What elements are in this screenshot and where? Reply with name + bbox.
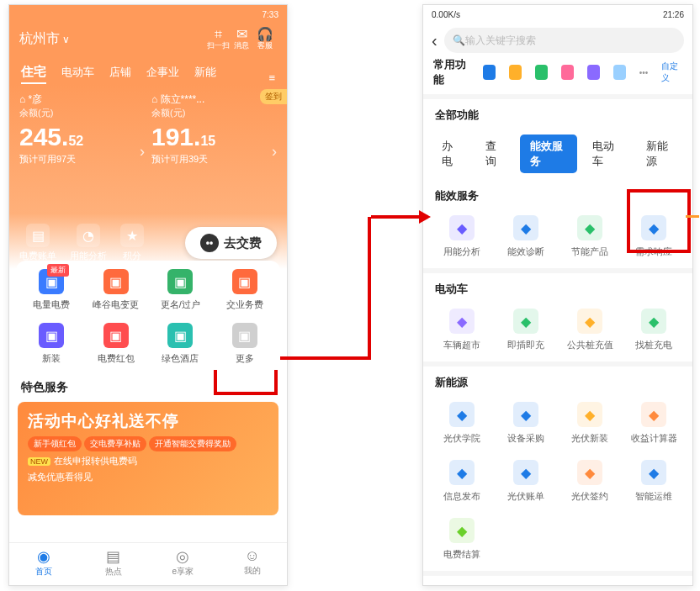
points-button[interactable]: ★积分	[120, 224, 144, 262]
phone-home: 7:33 杭州市 ⌗扫一扫 ✉消息 🎧客服 住宅 电动车 店铺 企事业 新能 ≡…	[8, 4, 288, 586]
quick-actions: ▤电费账单 ◔用能分析 ★积分 ••去交费	[9, 224, 287, 262]
func-item[interactable]: ◆信息发布	[430, 460, 494, 503]
nav-home[interactable]: ◉首页	[9, 543, 79, 585]
status-bar: 7:33	[9, 5, 287, 24]
all-func-title: 全部功能	[423, 99, 692, 128]
tab-ev[interactable]: 电动车	[61, 65, 94, 84]
status-bar: 0.00K/s21:26	[423, 5, 692, 24]
arrow-segment	[274, 356, 371, 360]
status-time: 7:33	[262, 10, 278, 19]
grid-item[interactable]: 最新▣电量电费	[19, 269, 84, 311]
support-icon[interactable]: 🎧客服	[253, 27, 277, 50]
func-item[interactable]: ◆收益计算器	[622, 402, 686, 445]
func-item[interactable]: ◆用能分析	[430, 215, 494, 258]
tab-biz[interactable]: 企事业	[146, 65, 179, 84]
tab-new-energy[interactable]: 新能源	[636, 135, 684, 173]
section-title: 能效服务	[423, 180, 692, 208]
category-tabs: 住宅 电动车 店铺 企事业 新能 ≡	[9, 54, 287, 84]
header: 杭州市 ⌗扫一扫 ✉消息 🎧客服	[9, 24, 287, 54]
func-item[interactable]: ◆光伏新装	[558, 402, 622, 445]
grid-item[interactable]: ▣交业务费	[213, 269, 278, 311]
func-tabs: 办电 查询 能效服务 电动车 新能源	[423, 128, 692, 180]
grid-item[interactable]: ▣绿色酒店	[148, 323, 213, 365]
fav-icon[interactable]	[587, 65, 600, 80]
fav-icon[interactable]	[483, 65, 496, 80]
fav-icon[interactable]	[535, 65, 548, 80]
messages-icon[interactable]: ✉消息	[230, 27, 253, 50]
tab-home[interactable]: 住宅	[21, 64, 46, 84]
back-icon[interactable]: ‹	[432, 31, 438, 50]
grid-item[interactable]: ▣更名/过户	[148, 269, 213, 311]
fav-label: 常用功能	[433, 57, 469, 87]
chevron-right-icon: ›	[140, 143, 145, 161]
func-item[interactable]: ◆能效诊断	[494, 215, 558, 258]
search-row: ‹ 🔍 输入关键字搜索	[423, 24, 692, 57]
tab-shop[interactable]: 店铺	[109, 65, 131, 84]
phone-all-functions: 0.00K/s21:26 ‹ 🔍 输入关键字搜索 常用功能 ••• 自定义 全部…	[422, 4, 693, 586]
tab-apply[interactable]: 办电	[432, 135, 470, 173]
func-item[interactable]: ◆公共桩充值	[558, 309, 622, 351]
section-title: 特色服务	[9, 370, 287, 402]
func-item[interactable]: ◆即插即充	[494, 309, 558, 351]
fav-icon[interactable]	[561, 65, 574, 80]
tab-ev[interactable]: 电动车	[582, 135, 630, 173]
account-card-2[interactable]: ⌂ 陈立****... 余额(元) 191.15 预计可用39天 ›	[151, 92, 277, 193]
func-grid: ◆用能分析◆能效诊断◆节能产品◆需求响应	[423, 208, 692, 268]
func-item[interactable]: ◆需求响应	[622, 215, 686, 258]
grid-item[interactable]: ▣电费红包	[84, 323, 149, 365]
nav-e[interactable]: ◎e享家	[148, 543, 218, 585]
func-grid: ◆车辆超市◆即插即充◆公共桩充值◆找桩充电	[423, 302, 692, 361]
arrow-segment	[368, 217, 371, 360]
scan-icon[interactable]: ⌗扫一扫	[206, 27, 230, 50]
arrow-segment	[371, 215, 426, 219]
tab-query[interactable]: 查询	[475, 135, 514, 173]
section-title: 电动车	[423, 273, 692, 302]
search-input[interactable]: 🔍 输入关键字搜索	[444, 28, 684, 53]
grid-item[interactable]: ▣更多	[213, 323, 278, 365]
favorites-row: 常用功能 ••• 自定义	[423, 57, 692, 94]
service-grid: 最新▣电量电费▣峰谷电变更▣更名/过户▣交业务费▣新装▣电费红包▣绿色酒店▣更多	[16, 261, 280, 370]
nav-me[interactable]: ☺我的	[218, 543, 288, 585]
func-grid: ◆光伏学院◆设备采购◆光伏新装◆收益计算器◆信息发布◆光伏账单◆光伏签约◆智能运…	[423, 395, 692, 571]
func-item[interactable]: ◆光伏学院	[430, 402, 494, 445]
nav-hot[interactable]: ▤热点	[79, 543, 149, 585]
func-item[interactable]: ◆找桩充电	[622, 309, 686, 351]
city-selector[interactable]: 杭州市	[19, 30, 70, 48]
func-item[interactable]: ◆智能运维	[622, 460, 686, 503]
chevron-right-icon: ›	[272, 143, 277, 161]
func-item[interactable]: ◆光伏签约	[558, 460, 622, 503]
func-item[interactable]: ◆电费结算	[430, 518, 494, 561]
func-item[interactable]: ◆设备采购	[494, 402, 558, 445]
pay-button[interactable]: ••去交费	[185, 227, 277, 259]
analysis-button[interactable]: ◔用能分析	[70, 224, 107, 262]
account-card-1[interactable]: ⌂ *彦 余额(元) 245.52 预计可用97天 ›	[19, 92, 145, 193]
fav-icon[interactable]	[613, 65, 626, 80]
section-title: 新能源	[423, 367, 692, 395]
func-item[interactable]: ◆节能产品	[558, 215, 622, 258]
hero: 签到 ⌂ *彦 余额(元) 245.52 预计可用97天 › ⌂ 陈立****.…	[9, 84, 287, 269]
tab-new[interactable]: 新能	[194, 65, 216, 84]
bottom-nav: ◉首页 ▤热点 ◎e享家 ☺我的	[9, 542, 287, 585]
grid-item[interactable]: ▣新装	[19, 323, 84, 365]
grid-item[interactable]: ▣峰谷电变更	[84, 269, 149, 311]
promo-banner[interactable]: 活动中心好礼送不停 新手领红包交电费享补贴开通智能交费得奖励 NEW在线申报转供…	[18, 402, 278, 515]
func-item[interactable]: ◆车辆超市	[430, 309, 494, 351]
tab-efficiency[interactable]: 能效服务	[520, 135, 578, 173]
customize-link[interactable]: 自定义	[661, 61, 682, 84]
bill-button[interactable]: ▤电费账单	[19, 224, 56, 262]
func-item[interactable]: ◆光伏账单	[494, 460, 558, 503]
fav-icon[interactable]	[509, 65, 522, 80]
